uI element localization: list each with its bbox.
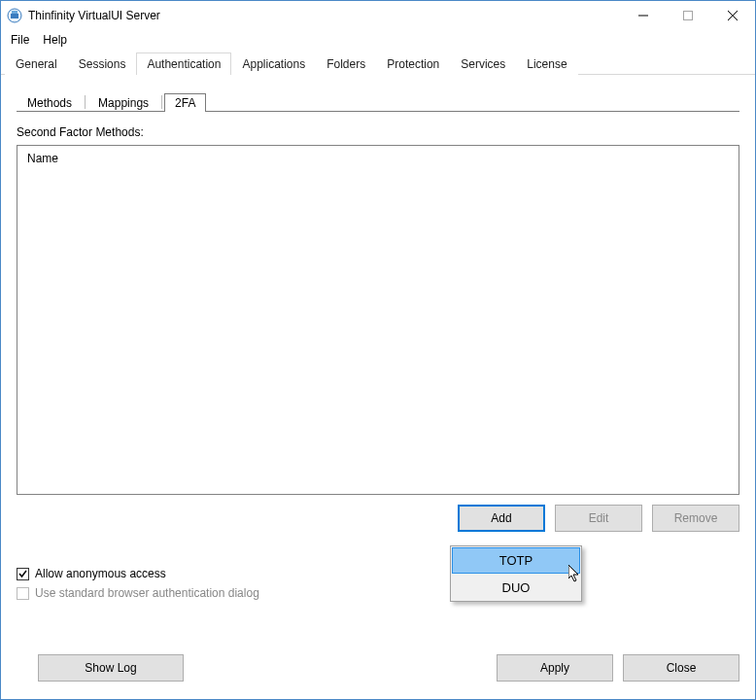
dropdown-item-totp[interactable]: TOTP xyxy=(452,547,580,574)
svg-rect-1 xyxy=(11,14,18,18)
svg-rect-4 xyxy=(684,12,693,20)
svg-rect-2 xyxy=(12,11,17,14)
add-button[interactable]: Add xyxy=(458,505,545,532)
subtab-mappings[interactable]: Mappings xyxy=(87,93,159,112)
sub-tabstrip: Methods Mappings 2FA xyxy=(17,92,739,112)
section-label: Second Factor Methods: xyxy=(17,125,739,139)
menubar: File Help xyxy=(1,30,755,50)
remove-button: Remove xyxy=(652,505,739,532)
tab-license[interactable]: License xyxy=(516,52,577,75)
subtab-divider xyxy=(85,95,86,109)
window-title: Thinfinity VirtualUI Server xyxy=(28,9,621,22)
window-frame: Thinfinity VirtualUI Server File Help Ge… xyxy=(0,0,756,700)
list-button-row: Add Edit Remove xyxy=(17,505,739,532)
tab-applications[interactable]: Applications xyxy=(231,52,316,75)
footer: Show Log Apply Close xyxy=(1,650,755,699)
maximize-button xyxy=(666,1,710,30)
content-area: Methods Mappings 2FA Second Factor Metho… xyxy=(1,75,755,650)
tab-general[interactable]: General xyxy=(5,52,68,75)
minimize-button[interactable] xyxy=(621,1,666,30)
dropdown-item-duo[interactable]: DUO xyxy=(451,575,581,601)
subtab-2fa[interactable]: 2FA xyxy=(164,93,206,112)
titlebar: Thinfinity VirtualUI Server xyxy=(1,1,755,30)
allow-anonymous-row: Allow anonymous access xyxy=(17,567,739,580)
subtab-methods[interactable]: Methods xyxy=(17,93,83,112)
tab-folders[interactable]: Folders xyxy=(316,52,376,75)
allow-anonymous-checkbox[interactable] xyxy=(17,568,29,580)
close-button[interactable]: Close xyxy=(623,654,739,682)
window-controls xyxy=(621,1,755,30)
standard-dialog-label: Use standard browser authentication dial… xyxy=(35,586,259,600)
second-factor-list[interactable]: Name xyxy=(17,145,739,495)
close-window-button[interactable] xyxy=(710,1,755,30)
standard-dialog-checkbox xyxy=(17,587,29,600)
tab-sessions[interactable]: Sessions xyxy=(68,52,137,75)
menu-help[interactable]: Help xyxy=(37,31,73,49)
column-header-name[interactable]: Name xyxy=(17,146,739,171)
edit-button: Edit xyxy=(555,505,642,532)
main-tabstrip: General Sessions Authentication Applicat… xyxy=(1,52,755,75)
subtab-divider xyxy=(161,95,162,109)
add-dropdown-menu: TOTP DUO xyxy=(450,545,582,602)
show-log-button[interactable]: Show Log xyxy=(38,654,184,682)
tab-authentication[interactable]: Authentication xyxy=(136,52,231,75)
apply-button[interactable]: Apply xyxy=(497,654,613,682)
standard-dialog-row: Use standard browser authentication dial… xyxy=(17,586,739,600)
app-icon xyxy=(7,8,22,23)
allow-anonymous-label[interactable]: Allow anonymous access xyxy=(35,567,166,580)
tab-protection[interactable]: Protection xyxy=(376,52,450,75)
tab-services[interactable]: Services xyxy=(450,52,516,75)
menu-file[interactable]: File xyxy=(5,31,35,49)
